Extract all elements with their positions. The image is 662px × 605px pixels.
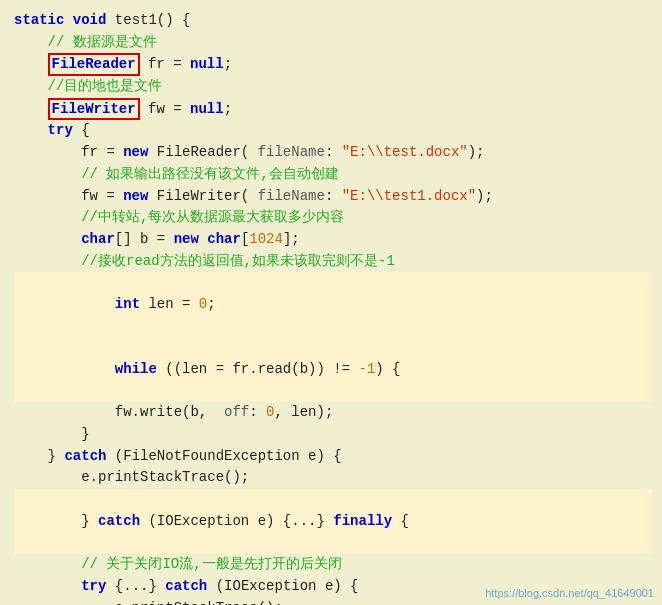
keyword-new1: new xyxy=(123,142,148,164)
keyword-new3: new xyxy=(174,229,199,251)
code-line-19: } catch (IOException e) {...} finally { xyxy=(14,489,652,554)
indent xyxy=(14,54,48,76)
keyword-static: static xyxy=(14,10,73,32)
comment-6: // 关于关闭IO流,一般是先打开的后关闭 xyxy=(14,554,342,576)
keyword-catch2: catch xyxy=(98,513,140,529)
code-line-6: try { xyxy=(14,120,652,142)
code-line-4: //目的地也是文件 xyxy=(14,76,652,98)
code-line-1: static void test1() { xyxy=(14,10,652,32)
comment-2: //目的地也是文件 xyxy=(14,76,162,98)
keyword-null2: null xyxy=(190,99,224,121)
keyword-char: char xyxy=(81,229,115,251)
keyword-catch3: catch xyxy=(165,576,207,598)
comment-5: //接收read方法的返回值,如果未该取完则不是-1 xyxy=(14,251,395,273)
code-line-9: fw = new FileWriter( fileName: "E:\\test… xyxy=(14,186,652,208)
code-line-11: char[] b = new char[1024]; xyxy=(14,229,652,251)
comment-4: //中转站,每次从数据源最大获取多少内容 xyxy=(14,207,344,229)
method-sig: test1() { xyxy=(115,10,191,32)
fr-decl: fr = xyxy=(140,54,190,76)
keyword-int: int xyxy=(115,296,140,312)
code-line-12: //接收read方法的返回值,如果未该取完则不是-1 xyxy=(14,251,652,273)
fw-decl: fw = xyxy=(140,99,190,121)
keyword-null1: null xyxy=(190,54,224,76)
code-line-20: // 关于关闭IO流,一般是先打开的后关闭 xyxy=(14,554,652,576)
comment-3: // 如果输出路径没有该文件,会自动创建 xyxy=(14,164,339,186)
keyword-void: void xyxy=(73,10,115,32)
code-line-10: //中转站,每次从数据源最大获取多少内容 xyxy=(14,207,652,229)
code-line-13: int len = 0; xyxy=(14,272,652,337)
watermark: https://blog.csdn.net/qq_41649001 xyxy=(485,587,654,599)
code-line-16: } xyxy=(14,424,652,446)
indent2 xyxy=(14,99,48,121)
code-line-8: // 如果输出路径没有该文件,会自动创建 xyxy=(14,164,652,186)
code-line-14: while ((len = fr.read(b)) != -1) { xyxy=(14,337,652,402)
keyword-new2: new xyxy=(123,186,148,208)
code-line-7: fr = new FileReader( fileName: "E:\\test… xyxy=(14,142,652,164)
code-block: static void test1() { // 数据源是文件 FileRead… xyxy=(0,0,662,605)
filereader-box: FileReader xyxy=(48,53,140,75)
code-line-5: FileWriter fw = null; xyxy=(14,98,652,121)
keyword-while: while xyxy=(115,361,157,377)
code-line-18: e.printStackTrace(); xyxy=(14,467,652,489)
comment-1: // 数据源是文件 xyxy=(14,32,157,54)
code-line-3: FileReader fr = null; xyxy=(14,53,652,76)
keyword-finally: finally xyxy=(333,513,392,529)
keyword-catch1: catch xyxy=(64,446,106,468)
code-line-15: fw.write(b, off: 0, len); xyxy=(14,402,652,424)
keyword-try1: try xyxy=(48,120,73,142)
code-line-17: } catch (FileNotFoundException e) { xyxy=(14,446,652,468)
filewriter-box: FileWriter xyxy=(48,98,140,120)
keyword-try2: try xyxy=(81,576,106,598)
code-line-2: // 数据源是文件 xyxy=(14,32,652,54)
